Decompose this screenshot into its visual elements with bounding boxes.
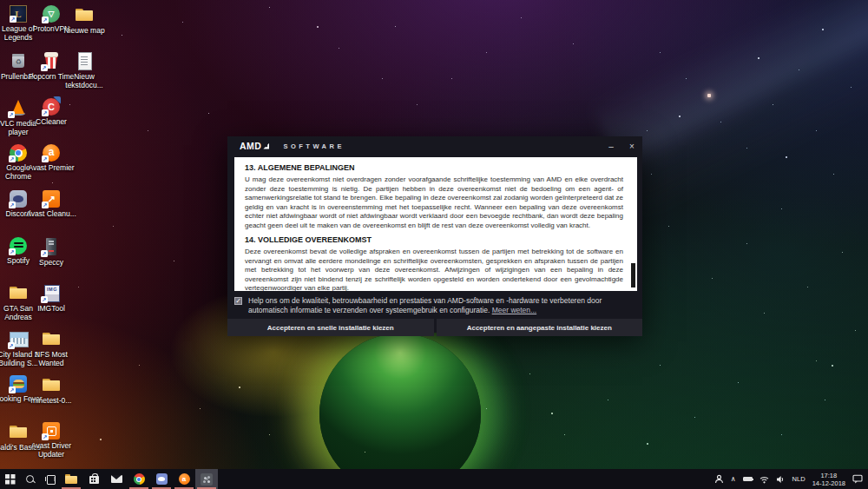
speccy-icon — [42, 237, 61, 256]
search-button[interactable] — [20, 469, 40, 489]
chrome-button[interactable] — [128, 469, 150, 489]
amd-installer-button[interactable] — [195, 469, 218, 489]
taskview-icon — [45, 474, 56, 485]
titlebar[interactable]: AMD SOFTWARE – × — [227, 136, 642, 155]
desktop: League of Legends ProtonVPN Nieuwe map P… — [0, 0, 868, 489]
discord-icon — [10, 190, 27, 208]
license-section-13-body: U mag deze overeenkomst niet overdragen … — [245, 175, 623, 230]
clock[interactable]: 17:18 14-12-2018 — [812, 472, 845, 487]
desktop-icon-vlc-media-player[interactable]: VLC media player — [1, 98, 36, 136]
chrome-icon — [10, 144, 27, 162]
shortcut-arrow-icon — [41, 64, 48, 71]
desktop-icon-avast-premier[interactable]: Avast Premier — [34, 144, 69, 173]
recycle-icon — [9, 51, 28, 70]
language-indicator[interactable]: NLD — [792, 475, 806, 483]
folder-icon — [75, 5, 94, 24]
spotify-icon — [10, 237, 27, 254]
chrome-icon — [134, 473, 145, 485]
amd-installer-window: AMD SOFTWARE – × 13. ALGEMENE BEPALINGEN… — [227, 136, 642, 333]
minimize-button[interactable]: – — [601, 136, 621, 155]
avastdriver-icon — [43, 422, 60, 439]
shortcut-arrow-icon — [9, 202, 16, 208]
microsoft-store-button[interactable] — [82, 469, 105, 489]
wifi-icon[interactable] — [760, 475, 769, 484]
avastclean-icon — [43, 190, 60, 208]
meer-weten-link[interactable]: Meer weten... — [492, 306, 537, 314]
chevron-up-icon[interactable]: ∧ — [731, 476, 736, 483]
shortcut-arrow-icon — [8, 111, 15, 118]
cityisland-icon — [9, 329, 28, 348]
clock-time: 17:18 — [812, 472, 845, 479]
shortcut-arrow-icon — [9, 248, 16, 255]
close-button[interactable]: × — [621, 136, 642, 155]
desktop-icon-google-chrome[interactable]: Google Chrome — [1, 144, 36, 181]
shortcut-arrow-icon — [41, 296, 48, 303]
desktop-icon-avast-driver-updater[interactable]: Avast Driver Updater — [34, 422, 69, 459]
amd-logo: AMD — [240, 141, 269, 151]
shortcut-arrow-icon — [42, 109, 49, 116]
desktop-icon-nieuwe-map[interactable]: Nieuwe map — [67, 5, 102, 36]
telemetry-label: Help ons om de kwaliteit, betrouwbaarhei… — [248, 296, 634, 315]
scrollbar-thumb[interactable] — [631, 263, 635, 287]
desktop-icon-label: IMGTool — [26, 305, 76, 314]
ccleaner-icon — [43, 98, 60, 116]
vlc-icon — [9, 98, 28, 117]
battery-icon[interactable] — [743, 477, 753, 482]
avast-icon — [179, 473, 190, 485]
lol-icon — [10, 5, 27, 23]
start-button[interactable] — [0, 469, 20, 489]
file-explorer-button[interactable] — [60, 469, 82, 489]
desktop-icon-minetest[interactable]: minetest-0... — [34, 375, 69, 406]
desktop-icon-label: Avast Driver Updater — [26, 442, 76, 459]
shortcut-arrow-icon — [42, 433, 49, 440]
action-center-icon[interactable] — [852, 474, 863, 484]
desktop-icon-league-of-legends[interactable]: League of Legends — [1, 5, 36, 42]
shortcut-arrow-icon — [42, 155, 49, 162]
folder-icon — [42, 329, 61, 348]
desktop-icon-nieuw-tekstdocument[interactable]: Nieuw tekstdocu... — [67, 51, 102, 89]
license-section-13-title: 13. ALGEMENE BEPALINGEN — [245, 163, 623, 172]
volume-icon[interactable] — [776, 475, 786, 484]
license-scrollbar[interactable] — [630, 157, 635, 291]
folder-icon — [9, 283, 28, 302]
avast-icon — [43, 144, 60, 162]
amd-icon — [201, 473, 213, 486]
popcorn-icon — [42, 51, 61, 70]
taskbar-buttons — [0, 469, 218, 489]
telemetry-checkbox[interactable] — [234, 297, 242, 305]
amd-arrow-mark-icon — [263, 143, 269, 149]
discord-icon — [156, 473, 168, 485]
telemetry-row: Help ons om de kwaliteit, betrouwbaarhei… — [227, 291, 642, 319]
license-section-14-body: Deze overeenkomst bevat de volledige afs… — [245, 248, 623, 291]
discord-button[interactable] — [150, 469, 173, 489]
shortcut-arrow-icon — [9, 155, 16, 162]
desktop-icon-label: Avast Cleanu... — [26, 210, 76, 219]
mail-icon — [111, 475, 122, 484]
shortcut-arrow-icon — [42, 202, 49, 208]
store-icon — [89, 473, 100, 485]
dialog-buttons: Accepteren en snelle installatie kiezen … — [227, 319, 642, 336]
start-icon — [5, 474, 16, 485]
desktop-icon-gta-san-andreas[interactable]: GTA San Andreas — [1, 283, 36, 321]
desktop-icon-label: NFS Most Wanted — [26, 351, 76, 367]
desktop-icon-label: Nieuw tekstdocu... — [59, 73, 109, 89]
desktop-icon-label: CCleaner — [26, 118, 76, 127]
desktop-icon-ccleaner[interactable]: CCleaner — [34, 98, 69, 127]
desktop-icon-avast-cleanup[interactable]: Avast Cleanu... — [34, 190, 69, 219]
accept-express-install-button[interactable]: Accepteren en snelle installatie kiezen — [227, 319, 434, 336]
folder-icon — [9, 422, 28, 441]
clock-date: 14-12-2018 — [812, 479, 845, 487]
shortcut-arrow-icon — [8, 342, 15, 349]
folder-icon — [42, 375, 61, 394]
desktop-icon-label: Speccy — [26, 259, 76, 268]
proton-icon — [43, 5, 60, 23]
avast-button[interactable] — [173, 469, 195, 489]
desktop-icon-speccy[interactable]: Speccy — [34, 237, 69, 268]
desktop-icon-imgtool[interactable]: IMGTool — [34, 283, 69, 314]
desktop-icon-nfs-most-wanted[interactable]: NFS Most Wanted — [34, 329, 69, 367]
accept-custom-install-button[interactable]: Accepteren en aangepaste installatie kie… — [437, 319, 643, 336]
task-view-button[interactable] — [40, 469, 60, 489]
people-icon[interactable] — [714, 474, 724, 484]
mail-button[interactable] — [105, 469, 128, 489]
folder-icon — [65, 473, 78, 485]
